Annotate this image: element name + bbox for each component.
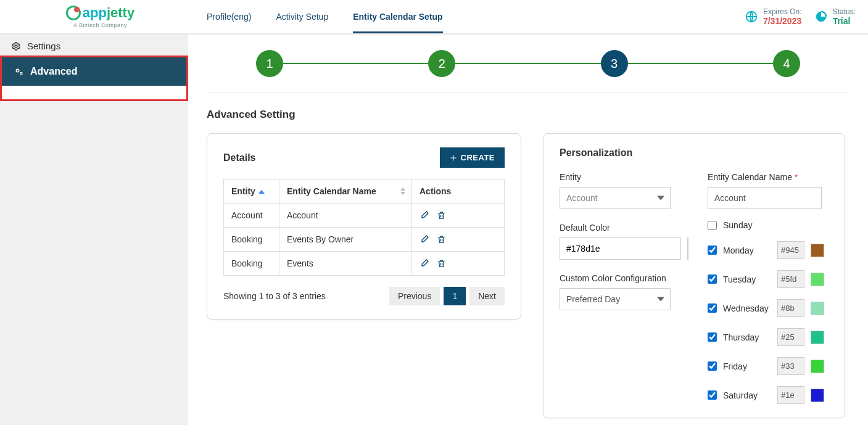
day-row: Thursday xyxy=(708,328,829,346)
day-row: Sunday xyxy=(708,220,829,230)
table-row: Booking Events By Owner xyxy=(224,228,505,252)
status-label: Status: xyxy=(833,7,856,16)
day-checkbox[interactable] xyxy=(708,390,717,400)
step-4[interactable]: 4 xyxy=(773,50,800,77)
edit-icon[interactable] xyxy=(420,258,429,268)
day-label: Wednesday xyxy=(723,303,771,313)
logo: appjetty A Biztech Company xyxy=(12,5,188,28)
cell-name: Account xyxy=(279,204,412,228)
cell-entity: Account xyxy=(224,204,279,228)
chevron-down-icon xyxy=(657,297,664,302)
sidebar-highlight: Advanced xyxy=(0,56,188,101)
table-row: Account Account xyxy=(224,204,505,228)
prev-button[interactable]: Previous xyxy=(389,287,440,305)
details-card: Details CREATE Entity Entity Calendar Na… xyxy=(207,133,521,320)
status-value: Trial xyxy=(833,16,856,26)
top-tabs: Profile(eng) Activity Setup Entity Calen… xyxy=(207,1,443,33)
tab-entity-calendar-setup[interactable]: Entity Calendar Setup xyxy=(353,1,442,33)
step-2[interactable]: 2 xyxy=(428,50,455,77)
details-title: Details xyxy=(223,152,255,163)
chevron-down-icon xyxy=(657,196,664,200)
tab-activity-setup[interactable]: Activity Setup xyxy=(276,1,328,33)
day-label: Sunday xyxy=(723,220,829,230)
day-color-swatch[interactable] xyxy=(811,331,824,344)
details-table: Entity Entity Calendar Name Actions Acco… xyxy=(223,179,505,276)
tab-profile[interactable]: Profile(eng) xyxy=(207,1,251,33)
day-label: Thursday xyxy=(723,332,771,342)
gear-icon xyxy=(11,41,21,51)
plus-icon xyxy=(450,154,457,162)
day-checkbox[interactable] xyxy=(708,303,717,313)
day-color-input[interactable] xyxy=(777,357,804,375)
day-checkbox[interactable] xyxy=(708,361,717,371)
trash-icon[interactable] xyxy=(437,210,446,220)
day-color-swatch[interactable] xyxy=(811,302,824,315)
day-color-swatch[interactable] xyxy=(811,244,824,257)
sidebar: Settings Advanced xyxy=(0,35,188,425)
expires-label: Expires On: xyxy=(763,7,802,16)
trash-icon[interactable] xyxy=(437,258,446,268)
day-label: Monday xyxy=(723,246,771,255)
pagination: Previous 1 Next xyxy=(389,287,505,305)
entity-calendar-name-label: Entity Calendar Name * xyxy=(708,172,829,182)
cell-entity: Booking xyxy=(224,228,279,252)
section-title: Advanced Setting xyxy=(207,109,849,121)
col-actions: Actions xyxy=(412,179,505,204)
expires-value: 7/31/2023 xyxy=(763,16,802,26)
day-color-swatch[interactable] xyxy=(811,389,824,402)
entity-calendar-name-input[interactable] xyxy=(708,187,822,209)
day-checkbox[interactable] xyxy=(708,221,717,230)
sidebar-item-advanced[interactable]: Advanced xyxy=(2,57,186,86)
default-color-input[interactable] xyxy=(560,237,681,260)
day-row: Monday xyxy=(708,241,829,259)
status-icon xyxy=(814,10,828,23)
cell-name: Events xyxy=(279,252,412,276)
cell-actions xyxy=(412,204,505,228)
day-color-input[interactable] xyxy=(777,241,804,259)
trash-icon[interactable] xyxy=(437,234,446,244)
edit-icon[interactable] xyxy=(420,210,429,220)
default-color-swatch[interactable] xyxy=(687,237,688,260)
cell-entity: Booking xyxy=(224,252,279,276)
days-list: Sunday Monday Tuesday Wednesday Thursday… xyxy=(708,220,829,404)
create-button-label: CREATE xyxy=(461,153,495,162)
day-checkbox[interactable] xyxy=(708,332,717,342)
page-1-button[interactable]: 1 xyxy=(444,287,466,305)
entity-label: Entity xyxy=(560,172,677,182)
personalization-card: Personalization Entity Default Color xyxy=(543,133,845,418)
step-1[interactable]: 1 xyxy=(256,50,283,77)
stepper: 1 2 3 4 xyxy=(256,50,800,77)
showing-text: Showing 1 to 3 of 3 entries xyxy=(223,291,326,301)
day-checkbox[interactable] xyxy=(708,246,717,255)
col-name[interactable]: Entity Calendar Name xyxy=(279,179,412,204)
sidebar-item-settings[interactable]: Settings xyxy=(0,35,188,57)
entity-select[interactable] xyxy=(560,187,671,209)
day-color-input[interactable] xyxy=(777,386,804,404)
cell-actions xyxy=(412,228,505,252)
custom-color-select[interactable] xyxy=(560,288,671,310)
day-color-input[interactable] xyxy=(777,299,804,317)
svg-point-1 xyxy=(15,45,17,47)
day-checkbox[interactable] xyxy=(708,274,717,284)
sort-asc-icon xyxy=(258,190,265,194)
step-3[interactable]: 3 xyxy=(601,50,628,77)
create-button[interactable]: CREATE xyxy=(440,147,505,168)
next-button[interactable]: Next xyxy=(469,287,505,305)
col-entity[interactable]: Entity xyxy=(224,179,279,204)
day-row: Tuesday xyxy=(708,270,829,288)
default-color-label: Default Color xyxy=(560,223,677,233)
cell-actions xyxy=(412,252,505,276)
day-row: Wednesday xyxy=(708,299,829,317)
day-color-input[interactable] xyxy=(777,328,804,346)
logo-tagline: A Biztech Company xyxy=(73,22,127,28)
day-color-swatch[interactable] xyxy=(811,360,824,373)
day-color-input[interactable] xyxy=(777,270,804,288)
day-color-swatch[interactable] xyxy=(811,273,824,286)
custom-color-label: Custom Color Configuration xyxy=(560,273,677,283)
expires-on: Expires On: 7/31/2023 xyxy=(745,7,802,26)
logo-mark-icon xyxy=(66,6,81,20)
edit-icon[interactable] xyxy=(420,234,429,244)
globe-icon xyxy=(745,10,758,23)
day-label: Saturday xyxy=(723,390,771,400)
sort-icon xyxy=(400,188,405,195)
